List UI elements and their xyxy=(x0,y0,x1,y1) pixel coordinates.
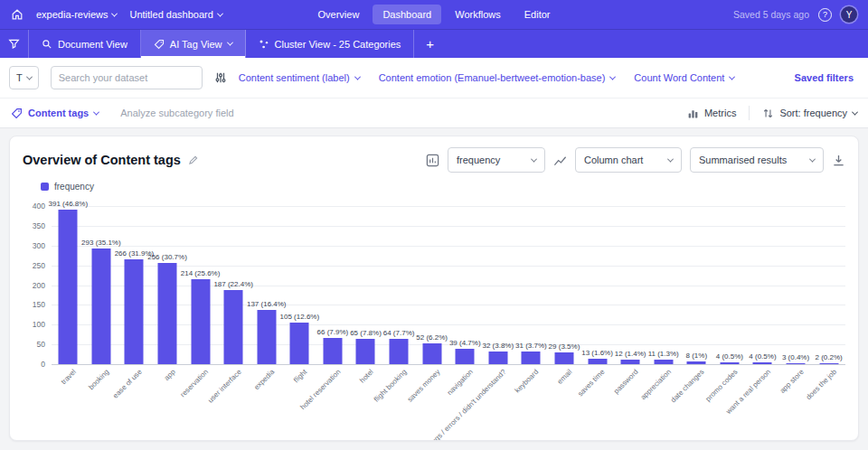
bar[interactable] xyxy=(687,361,706,365)
bar-column[interactable]: 4 (0.5%)promo codes xyxy=(713,206,747,364)
plot-area: 391 (46.8%)travel293 (35.1%)booking266 (… xyxy=(52,206,845,364)
nav-workflows[interactable]: Workflows xyxy=(445,5,511,24)
adjust-filters-icon[interactable] xyxy=(214,71,227,84)
bar-value-label: 3 (0.4%) xyxy=(782,353,809,361)
bar[interactable] xyxy=(422,343,441,364)
metrics-button[interactable]: Metrics xyxy=(687,108,736,119)
metric-select[interactable]: frequency xyxy=(448,147,545,173)
content-tags-icon xyxy=(11,108,23,119)
bar-value-label: 214 (25.6%) xyxy=(181,269,221,277)
bar-column[interactable]: 266 (31.9%)ease of use xyxy=(118,206,151,364)
dropdown-content-emotion[interactable]: Content emotion (Emanuel-bertweet-emotio… xyxy=(379,72,616,83)
x-axis-label: navigation xyxy=(445,368,474,397)
bar[interactable] xyxy=(588,359,607,364)
bar[interactable] xyxy=(91,248,110,364)
bar-value-label: 2 (0.2%) xyxy=(815,353,842,361)
bar[interactable] xyxy=(753,362,772,364)
bar-column[interactable]: 32 (3.8%)bugs / errors / didn't understa… xyxy=(482,206,515,364)
home-icon[interactable] xyxy=(11,8,24,21)
bar-column[interactable]: 31 (3.7%)keyboard xyxy=(514,206,548,364)
bar[interactable] xyxy=(456,349,475,364)
tab-cluster-view[interactable]: Cluster View - 25 Categories xyxy=(246,30,415,58)
bar-column[interactable]: 52 (6.2%)saves money xyxy=(415,206,448,364)
y-tick-label: 400 xyxy=(33,202,45,211)
y-tick-label: 350 xyxy=(33,221,45,230)
bar-value-label: 66 (7.9%) xyxy=(317,328,349,336)
sub-toolbar: Content tags Analyze subcategory field M… xyxy=(0,98,868,128)
bar[interactable] xyxy=(654,360,673,364)
bar[interactable] xyxy=(224,290,243,364)
bar-column[interactable]: 8 (1%)date changes xyxy=(680,206,713,364)
bar-column[interactable]: 214 (25.6%)reservation xyxy=(184,206,217,364)
search-input[interactable] xyxy=(51,66,203,89)
download-icon[interactable] xyxy=(832,154,845,167)
bar[interactable] xyxy=(125,259,144,364)
y-tick-label: 300 xyxy=(33,241,45,250)
bar[interactable] xyxy=(158,263,177,364)
bar[interactable] xyxy=(720,362,739,364)
edit-icon[interactable] xyxy=(188,155,199,165)
bar[interactable] xyxy=(59,210,78,364)
tab-document-view[interactable]: Document View xyxy=(29,30,141,58)
nav-overview[interactable]: Overview xyxy=(308,5,370,24)
bar-column[interactable]: 3 (0.4%)app store xyxy=(779,206,813,364)
analyze-subcategory-field[interactable]: Analyze subcategory field xyxy=(120,108,233,118)
content-tags-label: Content tags xyxy=(28,108,89,118)
bar-value-label: 13 (1.6%) xyxy=(581,349,613,357)
bar-column[interactable]: 64 (7.7%)flight booking xyxy=(382,206,416,364)
bar-column[interactable]: 2 (0.2%)does the job xyxy=(812,206,845,364)
saved-filters-link[interactable]: Saved filters xyxy=(795,72,854,83)
bar-column[interactable]: 13 (1.6%)saves time xyxy=(580,206,614,364)
bar[interactable] xyxy=(390,339,409,364)
bar-value-label: 187 (22.4%) xyxy=(213,280,253,288)
bar[interactable] xyxy=(488,352,507,364)
nav-editor[interactable]: Editor xyxy=(514,5,561,24)
bar-column[interactable]: 66 (7.9%)hotel reservation xyxy=(316,206,350,364)
bar-column[interactable]: 39 (4.7%)navigation xyxy=(448,206,482,364)
field-type-selector[interactable]: T xyxy=(9,66,39,89)
bar-value-label: 11 (1.3%) xyxy=(648,350,679,358)
bar-column[interactable]: 137 (16.4%)expedia xyxy=(250,206,283,364)
add-view-button[interactable]: + xyxy=(414,30,446,58)
bar[interactable] xyxy=(554,352,573,364)
chevron-down-icon xyxy=(667,155,674,162)
x-axis-label: does the job xyxy=(805,368,838,401)
project-selector[interactable]: expedia-reviews xyxy=(36,9,117,20)
bar[interactable] xyxy=(787,363,806,364)
dropdown-count-word-content[interactable]: Count Word Content xyxy=(634,72,734,83)
avatar[interactable]: Y xyxy=(841,6,857,23)
sub-toolbar-right: Metrics Sort: frequency xyxy=(687,106,857,120)
bar-column[interactable]: 105 (12.6%)flight xyxy=(283,206,316,364)
bar-column[interactable]: 29 (3.5%)email xyxy=(548,206,581,364)
bar-column[interactable]: 12 (1.4%)password xyxy=(614,206,647,364)
chevron-down-icon xyxy=(226,40,232,46)
bar[interactable] xyxy=(356,339,375,364)
bar-value-label: 8 (1%) xyxy=(685,352,707,360)
bar-column[interactable]: 11 (1.3%)appreciation xyxy=(646,206,680,364)
sort-button[interactable]: Sort: frequency xyxy=(762,108,857,119)
bar[interactable] xyxy=(819,363,838,364)
nav-dashboard[interactable]: Dashboard xyxy=(373,5,441,24)
bar-value-label: 256 (30.7%) xyxy=(147,253,187,261)
bar-column[interactable]: 187 (22.4%)user interface xyxy=(217,206,250,364)
bar[interactable] xyxy=(621,360,640,364)
dashboard-selector[interactable]: Untitled dashboard xyxy=(129,9,222,20)
bar-column[interactable]: 65 (7.8%)hotel xyxy=(349,206,382,364)
filter-icon[interactable] xyxy=(0,30,29,58)
tab-ai-tag-view[interactable]: AI Tag View xyxy=(141,30,246,58)
content-tags-selector[interactable]: Content tags xyxy=(28,108,99,118)
bar[interactable] xyxy=(191,279,210,364)
dropdown-content-sentiment[interactable]: Content sentiment (label) xyxy=(239,72,360,83)
bar-column[interactable]: 256 (30.7%)app xyxy=(151,206,184,364)
chart-type-select[interactable]: Column chart xyxy=(575,147,682,173)
bar-column[interactable]: 4 (0.5%)want a real person xyxy=(746,206,779,364)
y-tick-label: 200 xyxy=(33,281,45,290)
bar[interactable] xyxy=(257,310,276,364)
bar[interactable] xyxy=(323,338,342,364)
help-icon[interactable]: ? xyxy=(818,8,832,22)
bar-column[interactable]: 293 (35.1%)booking xyxy=(85,206,118,364)
bar[interactable] xyxy=(522,352,541,364)
bar[interactable] xyxy=(290,323,309,364)
bar-column[interactable]: 391 (46.8%)travel xyxy=(52,206,85,364)
results-select[interactable]: Summarised results xyxy=(690,147,824,173)
